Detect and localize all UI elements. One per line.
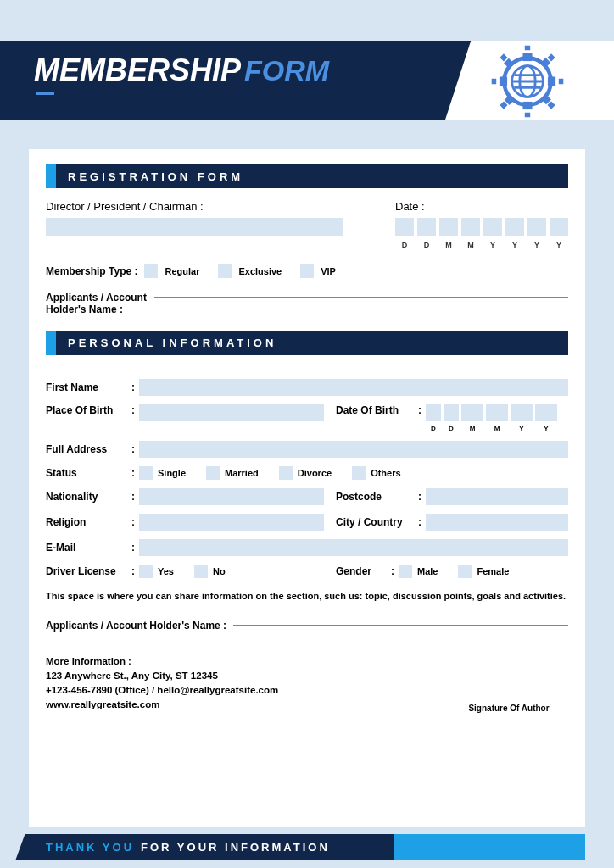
checkbox-vip[interactable] — [300, 264, 314, 278]
address-input[interactable] — [139, 441, 568, 458]
dob-box-0[interactable] — [426, 404, 441, 421]
checkbox-regular[interactable] — [144, 264, 158, 278]
postcode-label: Postcode — [336, 491, 414, 503]
dob-box-2[interactable] — [461, 404, 483, 421]
dob-box-4[interactable] — [511, 404, 533, 421]
director-input[interactable] — [46, 218, 343, 236]
section-accent-2 — [46, 331, 56, 355]
applicant-name-label: Applicants / Account Holder's Name : — [46, 292, 148, 316]
form-body: REGISTRATION FORM Director / President /… — [29, 149, 585, 827]
director-label: Director / President / Chairman : — [46, 200, 343, 213]
email-label: E-Mail — [46, 542, 127, 554]
opt-vip: VIP — [321, 266, 336, 276]
note-text: This space is where you can share inform… — [46, 590, 568, 603]
checkbox-female[interactable] — [458, 565, 472, 578]
date-box-0[interactable] — [395, 218, 414, 236]
email-input[interactable] — [139, 539, 568, 556]
svg-rect-2 — [522, 102, 532, 109]
title-word2: FORM — [244, 54, 329, 87]
footer-dark: THANK YOU FOR YOUR INFORMATION — [29, 834, 394, 860]
checkbox-male[interactable] — [399, 565, 412, 578]
more-info-block: More Information : 123 Anywhere St., Any… — [46, 654, 278, 713]
date-box-5[interactable] — [505, 218, 524, 236]
checkbox-driver-no[interactable] — [194, 565, 208, 578]
footer-bar: THANK YOU FOR YOUR INFORMATION — [0, 834, 614, 868]
pob-label: Place Of Birth — [46, 404, 127, 416]
page-title: MEMBERSHIP FORM — [34, 53, 329, 88]
date-box-3[interactable] — [461, 218, 480, 236]
globe-gear-icon — [488, 42, 567, 120]
city-label: City / Country — [336, 516, 414, 528]
religion-input[interactable] — [139, 514, 324, 531]
section-accent — [46, 164, 56, 188]
signature-label: Signature Of Author — [449, 704, 568, 713]
dob-box-3[interactable] — [486, 404, 508, 421]
nationality-input[interactable] — [139, 488, 324, 505]
pob-input[interactable] — [139, 404, 324, 421]
membership-type-label: Membership Type : — [46, 265, 137, 277]
dob-box-1[interactable] — [444, 404, 459, 421]
footer-light — [382, 834, 585, 860]
date-cells: D D M M Y Y Y Y — [395, 218, 568, 249]
date-box-1[interactable] — [417, 218, 436, 236]
gender-label: Gender — [336, 565, 387, 577]
date-label: Date : — [395, 200, 568, 213]
svg-rect-4 — [548, 76, 555, 86]
applicant-name-label-2: Applicants / Account Holder's Name : — [46, 620, 226, 632]
date-box-6[interactable] — [527, 218, 546, 236]
first-name-input[interactable] — [139, 379, 568, 396]
applicant-name-line[interactable] — [154, 297, 568, 298]
postcode-input[interactable] — [426, 488, 568, 505]
checkbox-married[interactable] — [206, 466, 220, 480]
checkbox-single[interactable] — [139, 466, 153, 480]
driver-label: Driver License — [46, 565, 127, 577]
date-box-7[interactable] — [550, 218, 568, 236]
svg-rect-1 — [522, 53, 532, 61]
opt-regular: Regular — [165, 266, 199, 276]
checkbox-exclusive[interactable] — [218, 264, 232, 278]
dob-label: Date Of Birth — [336, 404, 414, 416]
title-underline — [36, 92, 54, 95]
section-bar-registration: REGISTRATION FORM — [46, 164, 568, 188]
address-label: Full Address — [46, 443, 127, 455]
first-name-label: First Name — [46, 381, 127, 393]
contact-phone: +123-456-7890 (Office) / hello@reallygre… — [46, 683, 278, 698]
contact-web: www.reallygreatsite.com — [46, 698, 278, 712]
religion-label: Religion — [46, 516, 127, 528]
signature-block: Signature Of Author — [449, 698, 568, 713]
section-title-personal: PERSONAL INFORMATION — [68, 337, 276, 349]
signature-line[interactable] — [449, 698, 568, 698]
date-box-2[interactable] — [439, 218, 458, 236]
more-info-label: More Information : — [46, 654, 278, 669]
city-input[interactable] — [426, 514, 568, 531]
status-label: Status — [46, 467, 127, 479]
contact-address: 123 Anywhere St., Any City, ST 12345 — [46, 669, 278, 683]
section-title-registration: REGISTRATION FORM — [68, 170, 243, 183]
applicant-name-line-2[interactable] — [233, 625, 568, 626]
footer-text-1: THANK YOU — [46, 841, 134, 854]
nationality-label: Nationality — [46, 491, 127, 503]
section-bar-personal: PERSONAL INFORMATION — [46, 331, 568, 355]
title-word1: MEMBERSHIP — [34, 53, 241, 88]
svg-rect-3 — [500, 76, 507, 86]
dob-box-5[interactable] — [535, 404, 557, 421]
footer-text-2: FOR YOUR INFORMATION — [141, 841, 330, 854]
opt-exclusive: Exclusive — [238, 266, 282, 276]
date-box-4[interactable] — [483, 218, 502, 236]
checkbox-divorce[interactable] — [279, 466, 293, 480]
checkbox-others[interactable] — [352, 466, 366, 480]
checkbox-driver-yes[interactable] — [139, 565, 153, 578]
